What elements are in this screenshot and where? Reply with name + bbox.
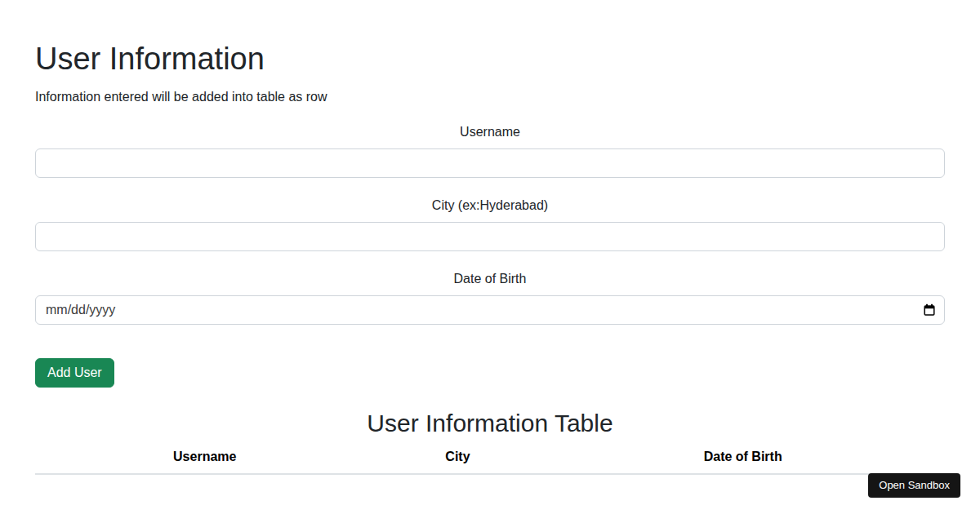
table-header-username: Username: [35, 445, 375, 474]
table-header-dob: Date of Birth: [541, 445, 945, 474]
add-user-button[interactable]: Add User: [35, 358, 114, 388]
dob-input[interactable]: [35, 295, 945, 325]
city-input[interactable]: [35, 222, 945, 251]
dob-field-group: Date of Birth: [35, 269, 945, 325]
dob-label: Date of Birth: [35, 269, 945, 289]
city-label: City (ex:Hyderabad): [35, 196, 945, 215]
main-content: User Information Information entered wil…: [0, 41, 980, 475]
user-info-table: Username City Date of Birth: [35, 445, 945, 475]
page-title: User Information: [35, 41, 945, 78]
calendar-icon[interactable]: [923, 304, 936, 317]
table-header-city: City: [375, 445, 541, 474]
username-field-group: Username: [35, 122, 945, 178]
user-info-form: Username City (ex:Hyderabad) Date of Bir…: [35, 122, 945, 388]
username-label: Username: [35, 122, 945, 142]
open-sandbox-button[interactable]: Open Sandbox: [868, 473, 960, 498]
table-header-row: Username City Date of Birth: [35, 445, 945, 474]
city-field-group: City (ex:Hyderabad): [35, 196, 945, 251]
page-subtitle: Information entered will be added into t…: [35, 90, 945, 104]
table-title: User Information Table: [35, 409, 945, 438]
username-input[interactable]: [35, 148, 945, 178]
